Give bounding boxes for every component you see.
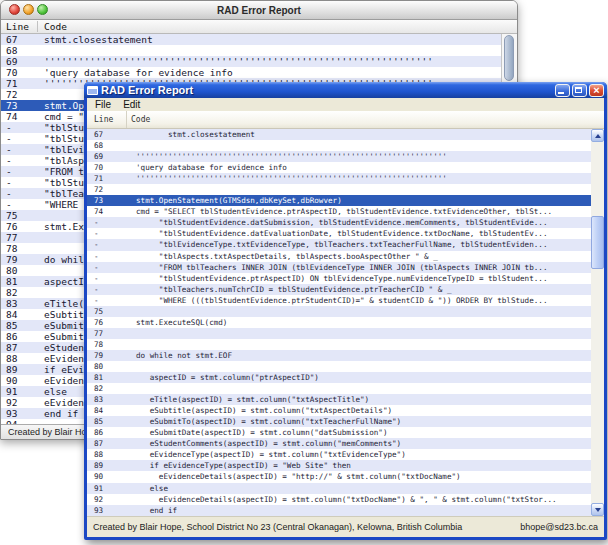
close-button[interactable] (589, 84, 604, 97)
table-row[interactable]: 71''''''''''''''''''''''''''''''''''''''… (87, 173, 591, 184)
table-row[interactable]: - "tblEvidenceType.txtEvidenceType, tblT… (87, 239, 591, 250)
line-number: 85 (1, 320, 37, 331)
front-scrollbar-thumb[interactable] (591, 216, 604, 269)
front-vertical-scrollbar[interactable] (591, 129, 604, 516)
close-button[interactable] (9, 4, 20, 15)
zoom-button[interactable] (37, 4, 48, 15)
line-number: 78 (87, 339, 127, 350)
line-number: - (87, 251, 127, 262)
line-number: 78 (1, 243, 37, 254)
line-number: - (1, 133, 37, 144)
line-number: 80 (87, 361, 127, 372)
table-row[interactable]: 84 eSubtitle(aspectID) = stmt.column("tx… (87, 405, 591, 416)
line-number: 82 (1, 287, 37, 298)
table-row[interactable]: 76stmt.ExecuteSQL(cmd) (87, 317, 591, 328)
line-number: - (87, 273, 127, 284)
code-text: ''''''''''''''''''''''''''''''''''''''''… (37, 56, 502, 67)
line-number: - (1, 199, 37, 210)
table-row[interactable]: 77 (87, 328, 591, 339)
line-number: 69 (87, 151, 127, 162)
line-number: - (87, 295, 127, 306)
table-row[interactable]: 75 (87, 306, 591, 317)
line-number: 77 (87, 328, 127, 339)
line-number: - (87, 217, 127, 228)
table-row[interactable]: 92 eEvidenceDetails(aspectID) = stmt.col… (87, 494, 591, 505)
table-row[interactable]: 78 (87, 339, 591, 350)
line-number: 82 (87, 383, 127, 394)
table-row[interactable]: 85 eSubmitTo(aspectID) = stmt.column("tx… (87, 416, 591, 427)
table-row[interactable]: 80 (87, 361, 591, 372)
scroll-down-arrow[interactable] (591, 503, 604, 516)
back-scrollbar-thumb[interactable] (504, 35, 514, 81)
table-row[interactable]: - "tblStudentEvidence.datSubmission, tbl… (87, 217, 591, 228)
maximize-button[interactable] (572, 84, 587, 97)
front-window-titlebar[interactable]: RAD Error Report (84, 82, 607, 98)
code-text: eSubtitle(aspectID) = stmt.column("txtAs… (127, 405, 591, 416)
table-row[interactable]: - "tblStudentEvidence.ptrAspectID) ON tb… (87, 273, 591, 284)
menu-file[interactable]: File (89, 98, 117, 111)
column-header-line[interactable]: Line (6, 20, 29, 33)
line-number: 72 (1, 89, 37, 100)
table-row[interactable]: - "tblAspects.txtAspectDetails, tblAspec… (87, 251, 591, 262)
front-window: RAD Error Report File Edit Line Code 67 … (84, 82, 607, 540)
table-row[interactable]: 67 stmt.closestatement (87, 129, 591, 140)
line-number: - (1, 122, 37, 133)
back-window-titlebar[interactable]: RAD Error Report (1, 1, 517, 20)
column-header-code[interactable]: Code (127, 111, 604, 128)
code-text: stmt.ExecuteSQL(cmd) (127, 317, 591, 328)
code-text: "WHERE (((tblStudentEvidence.ptrStudentC… (127, 295, 591, 306)
table-row[interactable]: - "FROM tblTeachers INNER JOIN (tblEvide… (87, 262, 591, 273)
line-number: 72 (87, 184, 127, 195)
line-number: 87 (1, 342, 37, 353)
table-row[interactable]: 89 if eEvidenceType(aspectID) = "Web Sit… (87, 460, 591, 471)
code-text (127, 184, 591, 195)
table-row[interactable]: 82 (87, 383, 591, 394)
front-table-header: Line Code (87, 111, 604, 129)
menu-edit[interactable]: Edit (117, 98, 146, 111)
scroll-up-arrow[interactable] (591, 129, 604, 142)
table-row[interactable]: 88 eEvidenceType(aspectID) = stmt.column… (87, 449, 591, 460)
table-row[interactable]: 70'query database for evidence info (1, 67, 502, 78)
table-row[interactable]: 70'query database for evidence info (87, 162, 591, 173)
table-row[interactable]: 83 eTitle(aspectID) = stmt.column("txtAs… (87, 394, 591, 405)
table-row[interactable]: 87 eStudentComments(aspectID) = stmt.col… (87, 438, 591, 449)
window-controls (555, 84, 604, 97)
code-text: "tblEvidenceType.txtEvidenceType, tblTea… (127, 239, 591, 250)
column-header-code[interactable]: Code (44, 20, 67, 33)
table-row[interactable]: - "tblStudentEvidence.datEvaluationDate,… (87, 228, 591, 239)
line-number: 69 (1, 56, 37, 67)
table-row[interactable]: 69''''''''''''''''''''''''''''''''''''''… (1, 56, 502, 67)
table-row[interactable]: 72 (87, 184, 591, 195)
table-row[interactable]: 79do while not stmt.EOF (87, 350, 591, 361)
code-text: aspectID = stmt.column("ptrAspectID") (127, 372, 591, 383)
table-row[interactable]: - "tblTeachers.numTchrCID = tblStudentEv… (87, 284, 591, 295)
front-code-list: 67 stmt.closestatement6869''''''''''''''… (87, 129, 604, 516)
line-number: 87 (87, 438, 127, 449)
table-row[interactable]: 93 end if (87, 505, 591, 516)
table-row[interactable]: 90 eEvidenceDetails(aspectID) = "http://… (87, 471, 591, 482)
table-row[interactable]: 69''''''''''''''''''''''''''''''''''''''… (87, 151, 591, 162)
table-row[interactable]: 68 (1, 45, 502, 56)
minimize-button[interactable] (23, 4, 34, 15)
table-row[interactable]: 91 else (87, 483, 591, 494)
table-row[interactable]: 86 eSubmitDate(aspectID) = stmt.column("… (87, 427, 591, 438)
column-header-line[interactable]: Line (87, 111, 127, 128)
line-number: 75 (1, 210, 37, 221)
line-number: - (1, 166, 37, 177)
table-row[interactable]: 81 aspectID = stmt.column("ptrAspectID") (87, 372, 591, 383)
column-divider (37, 21, 38, 32)
line-number: 89 (87, 460, 127, 471)
code-text: 'query database for evidence info (37, 67, 502, 78)
minimize-button[interactable] (555, 84, 570, 97)
table-row[interactable]: - "WHERE (((tblStudentEvidence.ptrStuden… (87, 295, 591, 306)
table-row[interactable]: 74cmd = "SELECT tblStudentEvidence.ptrAs… (87, 206, 591, 217)
line-number: 73 (1, 100, 37, 111)
line-number: 70 (87, 162, 127, 173)
table-row[interactable]: 73stmt.OpenStatement(GTMSdsn,dbKeySet,db… (87, 195, 591, 206)
code-text: end if (127, 505, 591, 516)
line-number: - (1, 155, 37, 166)
table-row[interactable]: 68 (87, 140, 591, 151)
line-number: 92 (1, 397, 37, 408)
code-text: else (127, 483, 591, 494)
table-row[interactable]: 67stmt.closestatement (1, 34, 502, 45)
